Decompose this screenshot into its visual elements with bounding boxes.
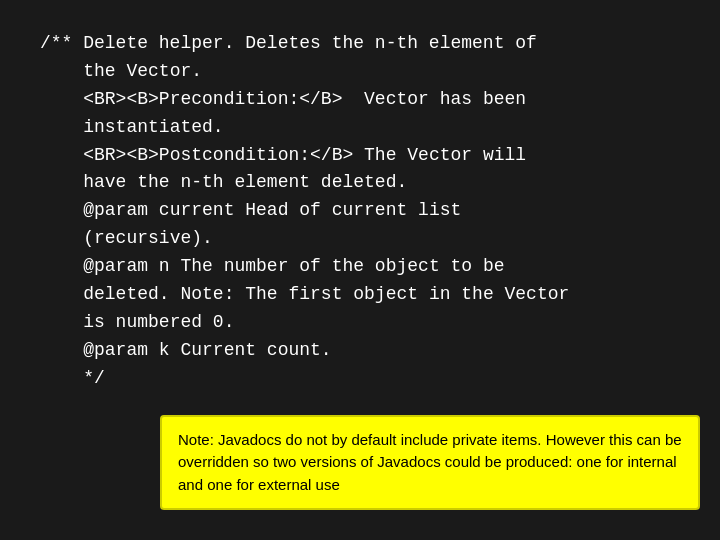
code-line-1: /** Delete helper. Deletes the n-th elem… bbox=[40, 33, 537, 53]
code-line-3: <BR><B>Precondition:</B> Vector has been bbox=[40, 89, 526, 109]
code-line-6: have the n-th element deleted. bbox=[40, 172, 407, 192]
code-line-4: instantiated. bbox=[40, 117, 224, 137]
code-line-11: is numbered 0. bbox=[40, 312, 234, 332]
code-line-12: @param k Current count. bbox=[40, 340, 332, 360]
code-line-5: <BR><B>Postcondition:</B> The Vector wil… bbox=[40, 145, 526, 165]
slide-container: /** Delete helper. Deletes the n-th elem… bbox=[0, 0, 720, 540]
code-line-10: deleted. Note: The first object in the V… bbox=[40, 284, 569, 304]
code-line-13: */ bbox=[40, 368, 105, 388]
code-line-7: @param current Head of current list bbox=[40, 200, 461, 220]
tooltip-box: Note: Javadocs do not by default include… bbox=[160, 415, 700, 511]
code-line-9: @param n The number of the object to be bbox=[40, 256, 505, 276]
tooltip-text: Note: Javadocs do not by default include… bbox=[178, 431, 682, 493]
code-line-8: (recursive). bbox=[40, 228, 213, 248]
code-line-2: the Vector. bbox=[40, 61, 202, 81]
